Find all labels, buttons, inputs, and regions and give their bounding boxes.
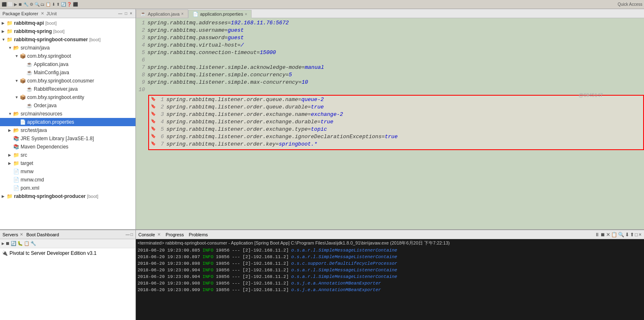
tree-item-rabbitmq-consumer[interactable]: ▼ 📁 rabbitmq-springboot-consumer [boot] [0,35,135,44]
bookmark-icon: 🔖 [151,96,156,101]
console-icon-4[interactable]: 📋 [611,232,617,238]
tree-arrow: ▶ [8,151,13,159]
server-toolbar-icon-4[interactable]: 🐛 [17,241,23,246]
tree-arrow: ▶ [8,127,13,134]
tree-arrow [21,61,26,68]
boot-dashboard-title[interactable]: Boot Dashboard [26,232,59,237]
line-number: 1 [156,96,166,103]
java-tab-icon: ☕ [140,11,146,16]
package-icon: 📦 [20,77,26,85]
server-toolbar-icon-1[interactable]: ▶ [2,241,5,246]
tree-item-application-java[interactable]: ☕ Application.java [0,60,135,68]
minimize-icon[interactable]: — [126,232,130,237]
line-content: spring.rabbitmq.listener.order.exchange.… [166,126,642,132]
console-title[interactable]: Console [138,232,155,237]
quick-access[interactable]: Quick Access [618,2,642,7]
tree-item-app-props[interactable]: 📄 application.properties [0,118,135,126]
line-number: 5 [156,126,166,132]
line-content: spring.rabbitmq.addresses=192.168.11.76:… [147,20,642,26]
tree-label: rabbitmq-spring [boot] [14,28,65,35]
console-class: o.s.j.e.a.AnnotationMBeanExporter [291,287,381,293]
tree-item-src[interactable]: ▶ 📁 src [0,151,135,159]
tree-item-com-conusmer[interactable]: ▼ 📦 com.bfxy.springboot.conusmer [0,77,135,85]
props-tab-close[interactable]: × [245,12,247,16]
tree-item-rabbitreceiver[interactable]: ☕ RabbitReceiver.java [0,85,135,93]
java-tab-close[interactable]: × [181,12,184,16]
props-tab-label: application.properties [200,12,243,16]
console-level: INFO [203,254,213,260]
console-icon-2[interactable]: ⏹ [600,232,605,238]
code-editor: @6945147 1 spring.rabbitmq.addresses=192… [136,18,644,229]
tree-item-com-bfxy[interactable]: ▼ 📦 com.bfxy.springboot [0,52,135,60]
console-icon-5[interactable]: 🔍 [618,232,624,238]
close-icon[interactable]: × [129,11,133,16]
tree-label: src/test/java [21,127,47,134]
console-icon-1[interactable]: ⏸ [595,232,600,238]
line-number: 3 [138,35,147,41]
tree-item-mainconfig[interactable]: ☕ MainConfig.java [0,68,135,77]
tree-arrow [8,143,13,151]
console-class: o.s.a.r.l.SimpleMessageListenerContaine [291,254,397,260]
servers-header-icons: — □ [126,232,133,237]
tree-item-producer[interactable]: ▶ 📁 rabbitmq-springboot-producer [boot] [0,192,135,200]
tree-item-src-main-java[interactable]: ▼ 📂 src/main/java [0,44,135,52]
console-icon-6[interactable]: ⬇ [625,232,629,238]
server-toolbar-icon-5[interactable]: 📋 [24,241,30,246]
tree-item-src-test[interactable]: ▶ 📂 src/test/java [0,126,135,134]
console-icon-9[interactable]: × [639,232,642,238]
tab-application-props[interactable]: 📄 application.properties × [188,10,252,18]
tree-item-src-main-res[interactable]: ▼ 📂 src/main/resources [0,110,135,118]
console-icon-7[interactable]: ⬆ [630,232,634,238]
tree-item-rabbitmq-spring[interactable]: ▶ 📁 rabbitmq-spring [boot] [0,27,135,35]
line-number: 9 [138,79,147,85]
package-explorer-title: Package Explorer [2,11,38,16]
tree-label: mvnw [21,168,33,175]
java-icon: ☕ [26,69,33,76]
tree-view: ▶ 📁 rabbitmq-api [boot] ▶ 📁 rabbitmq-spr… [0,18,135,229]
tree-item-mvnw[interactable]: 📄 mvnw [0,167,135,176]
console-date: 2018-06-20 19:23:00.885 [138,247,200,254]
progress-tab[interactable]: Progress [166,232,184,237]
console-date: 2018-06-20 19:23:00.909 [138,287,200,293]
server-toolbar-icon-6[interactable]: 🔧 [30,241,36,246]
tree-arrow [8,176,13,184]
tree-item-rabbitmq-api[interactable]: ▶ 📁 rabbitmq-api [boot] [0,19,135,27]
console-num: 19856 [216,247,229,254]
package-icon: 📦 [20,52,26,60]
maximize-icon[interactable]: □ [131,232,133,237]
console-line-4: 2018-06-20 19:23:00.904 INFO 19856 --- [… [138,267,642,273]
tree-arrow: ▼ [15,77,20,85]
tree-label: com.bfxy.springboot.conusmer [27,77,94,85]
folder-icon: 📁 [7,28,13,35]
console-close-icon[interactable]: ✕ [157,232,161,237]
junit-tab[interactable]: JUnit [47,11,57,16]
props-tab-icon: 📄 [193,12,198,17]
servers-close-icon[interactable]: ✕ [20,232,23,237]
tree-item-mvnw-cmd[interactable]: 📄 mvnw.cmd [0,176,135,184]
console-date: 2018-06-20 19:23:00.897 [138,254,200,260]
server-toolbar-icon-3[interactable]: 🔄 [11,241,16,246]
tree-item-maven-dep[interactable]: 📚 Maven Dependencies [0,143,135,151]
console-num: 19856 [216,280,229,287]
line-number: 2 [138,27,147,33]
console-icon-8[interactable]: □ [635,232,638,238]
maximize-icon[interactable]: □ [124,11,128,16]
java-icon: ☕ [26,102,33,109]
java-icon: ☕ [26,61,33,68]
server-item[interactable]: 🔌 Pivotal tc Server Developer Edition v3… [0,249,135,257]
tree-item-pom[interactable]: 📄 pom.xml [0,184,135,192]
line-content: spring.rabbitmq.password=guest [147,35,642,41]
server-toolbar-icon-2[interactable]: ⏹ [5,241,10,246]
console-sep: --- [232,280,240,287]
tree-item-target[interactable]: ▶ 📁 target [0,159,135,167]
tree-item-com-entity[interactable]: ▼ 📦 com.bfxy.springboot.entity [0,93,135,101]
tree-item-order[interactable]: ☕ Order.java [0,101,135,110]
tab-application-java[interactable]: ☕ Application.java × [136,9,188,18]
bookmark-icon: 🔖 [151,134,156,139]
console-icon-3[interactable]: ✕ [606,232,610,238]
tree-item-jre[interactable]: 📚 JRE System Library [JavaSE-1.8] [0,134,135,143]
problems-tab[interactable]: Problems [189,232,208,237]
console-num: 19856 [216,267,229,273]
minimize-icon[interactable]: — [117,11,123,16]
code-line-h6: 🔖 6 spring.rabbitmq.listener.order.excha… [149,134,643,141]
